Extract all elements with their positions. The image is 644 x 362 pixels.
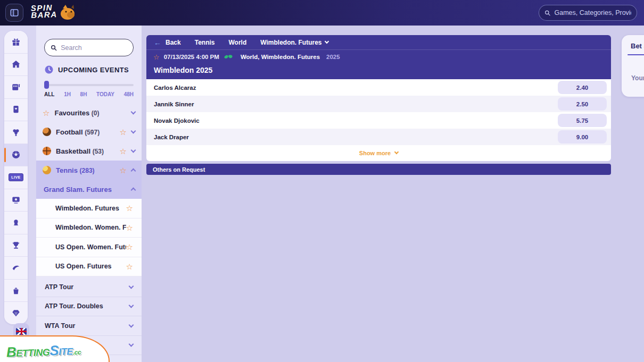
- rail-item-slots[interactable]: [4, 76, 28, 99]
- rail-item-sports[interactable]: [4, 144, 28, 167]
- spinbara-logo[interactable]: SPIN BARA: [31, 4, 57, 19]
- breadcrumb-world[interactable]: World: [228, 39, 246, 46]
- global-search[interactable]: [539, 5, 637, 21]
- outcomes-table: Carlos Alcaraz 2.40 Jannik Sinner 2.50 N…: [146, 79, 611, 161]
- search-icon: [51, 44, 57, 52]
- sidebar-item-usopen-women-futures[interactable]: US Open. Women. Futures ☆: [36, 238, 142, 257]
- bet-slip-tab[interactable]: Bet Slip: [622, 35, 644, 54]
- others-on-request-bar[interactable]: Others on Request: [146, 164, 611, 175]
- filter-today[interactable]: TODAY: [96, 91, 114, 97]
- rail-item-live-casino[interactable]: [4, 189, 28, 212]
- breadcrumb-tennis[interactable]: Tennis: [195, 39, 215, 46]
- chevron-down-icon[interactable]: [131, 110, 136, 115]
- sidebar-item-grand-slam-futures[interactable]: Grand Slam. Futures: [36, 180, 142, 199]
- time-filter-slider[interactable]: [44, 84, 134, 86]
- chevron-down-icon: [325, 39, 329, 44]
- chevron-down-icon[interactable]: [129, 303, 134, 308]
- wm-s: S: [49, 342, 59, 359]
- chevron-down-icon[interactable]: [129, 342, 134, 347]
- uk-flag-icon: [16, 328, 27, 335]
- chevron-down-icon[interactable]: [131, 129, 136, 134]
- sidebar-search-input[interactable]: [61, 44, 127, 52]
- global-search-input[interactable]: [555, 9, 631, 16]
- chevron-down-icon[interactable]: [129, 283, 134, 289]
- sidebar-item-usopen-futures[interactable]: US Open. Futures ☆: [36, 257, 142, 277]
- medal-icon: [11, 217, 21, 228]
- filter-1h[interactable]: 1H: [64, 91, 71, 97]
- rail-item-awards[interactable]: [4, 212, 28, 234]
- trophy-icon: [11, 240, 21, 251]
- wm-b: B: [6, 343, 16, 360]
- odds-button[interactable]: 5.75: [558, 114, 607, 127]
- filter-all[interactable]: ALL: [44, 91, 54, 97]
- event-category: World, Wimbledon. Futures: [241, 54, 320, 60]
- sidebar-item-atp-tour[interactable]: ATP Tour: [36, 277, 142, 297]
- sidebar-item-wta-tour[interactable]: WTA Tour: [36, 316, 142, 336]
- outcome-row: Jack Draper 9.00: [146, 129, 611, 145]
- back-label: Back: [166, 39, 181, 46]
- star-icon[interactable]: ☆: [126, 224, 133, 232]
- chevron-down-icon[interactable]: [129, 322, 134, 327]
- basketball-icon: [43, 147, 51, 155]
- star-icon[interactable]: ☆: [126, 263, 133, 271]
- rail-item-quests[interactable]: [4, 257, 28, 280]
- rail-item-live[interactable]: LIVE: [4, 166, 28, 189]
- odds-button[interactable]: 2.50: [558, 97, 607, 111]
- event-header: ← Back Tennis World Wimbledon. Futures ☆…: [146, 35, 611, 79]
- rail-item-table-games[interactable]: [4, 99, 28, 122]
- odds-button[interactable]: 2.40: [558, 81, 607, 94]
- football-icon: [43, 128, 51, 136]
- rail-item-shop[interactable]: [4, 280, 28, 302]
- sidebar-search[interactable]: [44, 39, 134, 56]
- rail-item-promotions[interactable]: [4, 31, 28, 54]
- rail-item-home[interactable]: [4, 54, 28, 77]
- tennis-ball-icon: [43, 166, 51, 174]
- world-map-icon: [224, 54, 233, 60]
- sidebar-item-atp-tour-doubles[interactable]: ATP Tour. Doubles: [36, 297, 142, 317]
- live-casino-icon: [11, 195, 21, 205]
- star-icon[interactable]: ☆: [120, 147, 127, 155]
- rail-item-vip[interactable]: [4, 302, 28, 324]
- wm-ite: ITE: [59, 346, 73, 357]
- star-icon[interactable]: ☆: [126, 204, 133, 212]
- sidebar-item-wimbledon-futures[interactable]: Wimbledon. Futures ☆: [36, 199, 142, 218]
- chevron-down-icon[interactable]: [131, 148, 136, 153]
- star-icon[interactable]: ☆: [120, 166, 127, 174]
- live-badge-icon: LIVE: [9, 173, 23, 181]
- chevron-up-icon[interactable]: [131, 169, 136, 174]
- sidebar-item-tennis[interactable]: Tennis (283) ☆: [36, 161, 142, 180]
- tour-label: ATP Tour. Doubles: [45, 302, 129, 310]
- time-filter-labels: ALL 1H 8H TODAY 48H: [44, 91, 134, 97]
- sport-count: (0): [92, 110, 100, 117]
- sports-sidebar: UPCOMING EVENTS ALL 1H 8H TODAY 48H ☆ Fa…: [36, 26, 142, 362]
- outcome-row: Novak Djokovic 5.75: [146, 112, 611, 129]
- odds-button[interactable]: 9.00: [558, 130, 607, 144]
- star-icon[interactable]: ☆: [120, 128, 127, 136]
- slider-thumb[interactable]: [44, 81, 49, 89]
- wm-etting: ETTING: [16, 347, 50, 358]
- rail-item-tournaments[interactable]: [4, 234, 28, 257]
- sidebar-item-favourites[interactable]: ☆ Favourites (0): [36, 103, 142, 122]
- sidebar-item-football[interactable]: Football (597) ☆: [36, 122, 142, 141]
- star-icon[interactable]: ☆: [126, 243, 133, 251]
- sidebar-item-basketball[interactable]: Basketball (53) ☆: [36, 141, 142, 161]
- favourite-star-icon[interactable]: ☆: [153, 54, 160, 61]
- chevron-up-icon[interactable]: [131, 188, 136, 193]
- outcome-row: Carlos Alcaraz 2.40: [146, 79, 611, 96]
- show-more-button[interactable]: Show more: [146, 145, 611, 161]
- rail-item-lucky-games[interactable]: [4, 121, 28, 144]
- filter-8h[interactable]: 8H: [80, 91, 87, 97]
- league-label: US Open. Women. Futures: [55, 243, 126, 251]
- sidebar-toggle-button[interactable]: [5, 4, 23, 22]
- swoosh-icon: [11, 263, 21, 273]
- outcome-name: Carlos Alcaraz: [154, 85, 558, 91]
- bet-slip-empty-text: Your B: [622, 55, 644, 82]
- league-label: Wimbledon. Futures: [55, 205, 126, 212]
- breadcrumb-wimbledon-futures[interactable]: Wimbledon. Futures: [260, 39, 328, 46]
- sport-label: Football: [56, 128, 83, 136]
- filter-48h[interactable]: 48H: [124, 91, 134, 97]
- soccer-ball-icon: [11, 149, 21, 160]
- others-on-request-label: Others on Request: [153, 166, 205, 173]
- sidebar-item-wimbledon-women-futures[interactable]: Wimbledon. Women. Futu... ☆: [36, 218, 142, 238]
- back-button[interactable]: ← Back: [154, 38, 181, 47]
